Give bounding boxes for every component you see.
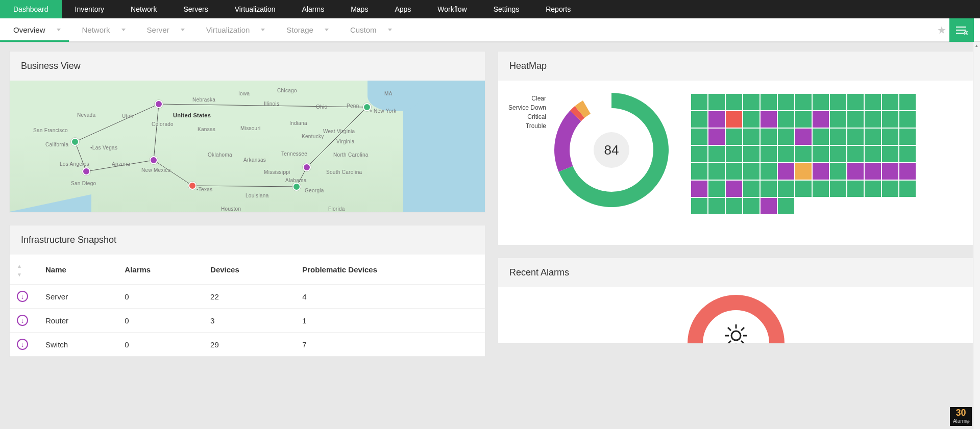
add-widget-button[interactable] (949, 18, 974, 42)
heatmap-cell[interactable] (882, 94, 898, 110)
heatmap-cell[interactable] (691, 163, 707, 180)
map-node-san-francisco[interactable] (71, 138, 79, 146)
heatmap-cell[interactable] (691, 94, 707, 110)
alarm-notification-pill[interactable]: 30 Alarms (950, 407, 972, 426)
heatmap-cell[interactable] (761, 163, 777, 180)
map-node-georgia[interactable] (292, 183, 301, 191)
heatmap-cell[interactable] (847, 111, 864, 128)
business-view-map[interactable]: United StatesCaliforniaSan FranciscoLos … (10, 81, 485, 212)
heatmap-cell[interactable] (726, 181, 742, 197)
heatmap-cell[interactable] (778, 163, 794, 180)
topnav-tab-reports[interactable]: Reports (532, 0, 584, 18)
heatmap-cell[interactable] (865, 94, 881, 110)
heatmap-cell[interactable] (795, 94, 812, 110)
topnav-tab-inventory[interactable]: Inventory (62, 0, 118, 18)
topnav-tab-servers[interactable]: Servers (170, 0, 221, 18)
subnav-item-server[interactable]: Server (134, 18, 193, 41)
heatmap-cell[interactable] (708, 198, 725, 214)
sort-column-header[interactable]: ▲▼ (10, 255, 38, 285)
heatmap-cell[interactable] (726, 163, 742, 180)
heatmap-cell[interactable] (743, 146, 760, 162)
heatmap-cell[interactable] (847, 163, 864, 180)
heatmap-cell[interactable] (847, 129, 864, 145)
map-node-new-mexico[interactable] (150, 156, 158, 164)
col-alarms[interactable]: Alarms (117, 255, 203, 285)
heatmap-cell[interactable] (691, 146, 707, 162)
heatmap-cell[interactable] (830, 146, 846, 162)
heatmap-cell[interactable] (882, 129, 898, 145)
heatmap-cell[interactable] (778, 146, 794, 162)
heatmap-cell[interactable] (743, 181, 760, 197)
heatmap-cell[interactable] (865, 163, 881, 180)
heatmap-cell[interactable] (882, 146, 898, 162)
subnav-item-network[interactable]: Network (69, 18, 134, 41)
heatmap-cell[interactable] (691, 129, 707, 145)
table-row[interactable]: ↓Router031 (10, 309, 485, 333)
heatmap-cell[interactable] (778, 198, 794, 214)
heatmap-cell[interactable] (726, 198, 742, 214)
heatmap-cell[interactable] (830, 129, 846, 145)
map-node-texas[interactable] (188, 182, 197, 190)
heatmap-cell[interactable] (795, 129, 812, 145)
heatmap-cell[interactable] (708, 111, 725, 128)
heatmap-cell[interactable] (865, 181, 881, 197)
heatmap-cell[interactable] (726, 94, 742, 110)
heatmap-cell[interactable] (778, 181, 794, 197)
heatmap-cell[interactable] (726, 129, 742, 145)
heatmap-cell[interactable] (761, 129, 777, 145)
heatmap-cell[interactable] (708, 163, 725, 180)
heatmap-cell[interactable] (778, 129, 794, 145)
drill-down-icon[interactable]: ↓ (17, 315, 28, 326)
heatmap-cell[interactable] (865, 146, 881, 162)
heatmap-cell[interactable] (778, 111, 794, 128)
heatmap-cell[interactable] (882, 111, 898, 128)
subnav-item-storage[interactable]: Storage (273, 18, 337, 41)
heatmap-cell[interactable] (865, 111, 881, 128)
heatmap-cell[interactable] (708, 181, 725, 197)
heatmap-donut[interactable]: 84 (552, 91, 671, 209)
heatmap-cell[interactable] (726, 111, 742, 128)
heatmap-cell[interactable] (761, 94, 777, 110)
heatmap-cell[interactable] (847, 181, 864, 197)
heatmap-cell[interactable] (778, 94, 794, 110)
table-row[interactable]: ↓Server0224 (10, 285, 485, 309)
heatmap-cell[interactable] (830, 111, 846, 128)
heatmap-cell[interactable] (691, 181, 707, 197)
heatmap-cell[interactable] (882, 163, 898, 180)
heatmap-cell[interactable] (743, 163, 760, 180)
map-node-san-diego[interactable] (82, 167, 90, 175)
heatmap-cell[interactable] (743, 198, 760, 214)
col-problematic[interactable]: Problematic Devices (295, 255, 485, 285)
heatmap-cell[interactable] (830, 163, 846, 180)
heatmap-grid[interactable] (691, 91, 916, 214)
heatmap-cell[interactable] (761, 146, 777, 162)
heatmap-cell[interactable] (761, 181, 777, 197)
topnav-tab-maps[interactable]: Maps (337, 0, 381, 18)
heatmap-cell[interactable] (830, 181, 846, 197)
heatmap-cell[interactable] (813, 181, 829, 197)
topnav-tab-dashboard[interactable]: Dashboard (0, 0, 62, 18)
heatmap-cell[interactable] (865, 129, 881, 145)
col-devices[interactable]: Devices (203, 255, 295, 285)
topnav-tab-settings[interactable]: Settings (480, 0, 533, 18)
map-node-colorado[interactable] (155, 100, 163, 108)
topnav-tab-alarms[interactable]: Alarms (289, 0, 338, 18)
topnav-tab-workflow[interactable]: Workflow (424, 0, 480, 18)
heatmap-cell[interactable] (743, 129, 760, 145)
heatmap-cell[interactable] (899, 129, 916, 145)
heatmap-cell[interactable] (899, 94, 916, 110)
heatmap-cell[interactable] (743, 94, 760, 110)
topnav-tab-apps[interactable]: Apps (381, 0, 424, 18)
favorite-icon[interactable]: ★ (937, 24, 946, 36)
donut-slice-service-down[interactable] (554, 111, 581, 172)
drill-down-icon[interactable]: ↓ (17, 291, 28, 302)
heatmap-cell[interactable] (795, 163, 812, 180)
heatmap-cell[interactable] (847, 94, 864, 110)
heatmap-cell[interactable] (761, 198, 777, 214)
topnav-tab-virtualization[interactable]: Virtualization (222, 0, 289, 18)
heatmap-cell[interactable] (708, 129, 725, 145)
subnav-item-virtualization[interactable]: Virtualization (193, 18, 274, 41)
heatmap-cell[interactable] (899, 181, 916, 197)
heatmap-cell[interactable] (847, 146, 864, 162)
heatmap-cell[interactable] (899, 163, 916, 180)
